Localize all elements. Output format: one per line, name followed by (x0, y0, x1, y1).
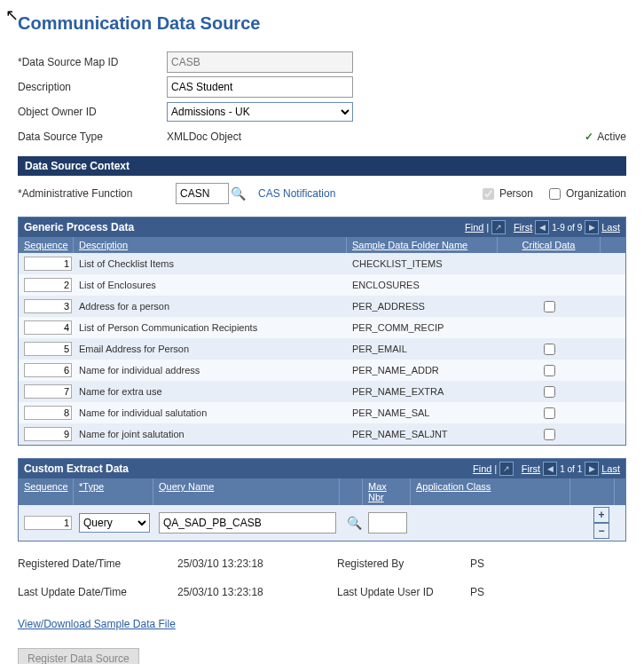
admin-func-desc: CAS Notification (258, 187, 335, 200)
sequence-input[interactable] (24, 320, 72, 335)
gpd-next-icon[interactable]: ▶ (585, 220, 599, 234)
delete-row-button[interactable]: − (593, 523, 609, 539)
row-description-link[interactable]: List of Checklist Items (74, 257, 347, 271)
sequence-input[interactable] (24, 427, 72, 441)
gpd-header-critical[interactable]: Critical Data (498, 237, 601, 253)
ced-next-icon[interactable]: ▶ (585, 462, 599, 476)
ced-prev-icon[interactable]: ◀ (543, 462, 557, 476)
ced-header-buttons (570, 478, 615, 505)
critical-data-checkbox[interactable] (544, 386, 555, 398)
table-row: Name for extra usePER_NAME_EXTRA (19, 381, 625, 402)
organization-checkbox[interactable] (549, 188, 561, 200)
add-row-button[interactable]: + (593, 507, 609, 523)
sequence-input[interactable] (24, 342, 72, 356)
ced-max-nbr-input[interactable] (368, 512, 407, 534)
row-description-link[interactable]: List of Person Communication Recipients (74, 320, 347, 335)
row-critical-cell (498, 326, 601, 329)
ced-header-qname[interactable]: Query Name (153, 478, 340, 505)
person-checkbox (483, 188, 494, 200)
ced-type-select[interactable]: Query (79, 513, 150, 533)
ced-sequence-input[interactable] (24, 516, 72, 530)
owner-id-label: Object Owner ID (18, 106, 167, 118)
ced-header-type[interactable]: *Type (74, 478, 153, 505)
gpd-title: Generic Process Data (24, 221, 134, 233)
table-row: Name for joint salutationPER_NAME_SALJNT (19, 423, 625, 445)
critical-data-checkbox[interactable] (544, 365, 555, 376)
row-folder: PER_EMAIL (347, 342, 498, 356)
ced-header-sequence[interactable]: Sequence (19, 478, 74, 505)
sequence-input[interactable] (24, 257, 72, 271)
row-critical-cell (498, 296, 601, 317)
row-folder: CHECKLIST_ITEMS (347, 257, 498, 271)
row-critical-cell (498, 382, 601, 402)
upd-by-label: Last Update User ID (337, 586, 470, 598)
gpd-zoom-icon[interactable]: ↗ (491, 220, 506, 234)
ced-title: Custom Extract Data (24, 462, 129, 475)
lookup-icon[interactable]: 🔍 (231, 186, 246, 201)
active-label: Active (597, 130, 626, 143)
row-description-link[interactable]: List of Enclosures (74, 278, 347, 292)
critical-data-checkbox[interactable] (544, 429, 555, 440)
upd-dt-label: Last Update Date/Time (18, 586, 177, 598)
ced-first-link[interactable]: First (522, 463, 540, 474)
gpd-last-link[interactable]: Last (601, 222, 620, 233)
sequence-input[interactable] (24, 406, 72, 420)
row-folder: ENCLOSURES (347, 278, 498, 292)
table-row: Address for a personPER_ADDRESS (19, 296, 625, 317)
gpd-find-link[interactable]: Find (465, 222, 483, 233)
src-type-label: Data Source Type (18, 130, 167, 143)
table-row: List of EnclosuresENCLOSURES (19, 274, 625, 296)
critical-data-checkbox[interactable] (544, 344, 555, 355)
ced-query-name-input[interactable] (159, 512, 336, 534)
ced-find-link[interactable]: Find (473, 463, 491, 474)
row-folder: PER_ADDRESS (347, 299, 498, 313)
sequence-input[interactable] (24, 278, 72, 292)
register-data-source-button: Register Data Source (18, 648, 139, 664)
gpd-header-description[interactable]: Description (74, 237, 347, 253)
ced-last-link[interactable]: Last (601, 463, 620, 474)
gpd-first-link[interactable]: First (514, 222, 532, 233)
description-label: Description (18, 81, 167, 93)
admin-func-input[interactable] (176, 183, 229, 204)
table-row: Name for individual salutationPER_NAME_S… (19, 402, 625, 423)
ced-app-class (411, 521, 570, 525)
gpd-header-folder[interactable]: Sample Data Folder Name (347, 237, 498, 253)
sequence-input[interactable] (24, 363, 72, 377)
description-input[interactable] (167, 76, 353, 98)
ced-header-app[interactable]: Application Class (411, 478, 570, 505)
map-id-label: Data Source Map ID (18, 56, 167, 68)
row-folder: PER_NAME_ADDR (347, 363, 498, 377)
row-critical-cell (498, 403, 601, 423)
person-label: Person (499, 187, 533, 200)
row-description-link[interactable]: Name for joint salutation (74, 427, 347, 441)
table-row: Email Address for PersonPER_EMAIL (19, 338, 625, 360)
row-description-link[interactable]: Name for extra use (74, 384, 347, 399)
sequence-input[interactable] (24, 384, 72, 399)
reg-dt-label: Registered Date/Time (18, 557, 177, 570)
owner-id-select[interactable]: Admissions - UK (167, 102, 353, 122)
row-folder: PER_NAME_EXTRA (347, 384, 498, 399)
page-title: Communication Data Source (18, 13, 626, 34)
row-description-link[interactable]: Name for individual address (74, 363, 347, 377)
gpd-prev-icon[interactable]: ◀ (535, 220, 549, 234)
gpd-header-sequence[interactable]: Sequence (19, 237, 74, 253)
ced-zoom-icon[interactable]: ↗ (499, 462, 514, 476)
download-sample-link[interactable]: View/Download Sample Data File (18, 618, 176, 630)
table-row: Query🔍+− (19, 505, 625, 541)
row-critical-cell (498, 339, 601, 360)
sequence-input[interactable] (24, 299, 72, 313)
critical-data-checkbox[interactable] (544, 301, 555, 312)
upd-dt-value: 25/03/10 13:23:18 (177, 586, 337, 598)
row-description-link[interactable]: Name for individual salutation (74, 406, 347, 420)
ced-range: 1 of 1 (560, 464, 582, 474)
cursor-icon: ↖ (5, 5, 19, 25)
gpd-range: 1-9 of 9 (552, 223, 582, 233)
row-description-link[interactable]: Address for a person (74, 299, 347, 313)
ced-header-lookup (340, 478, 363, 505)
row-description-link[interactable]: Email Address for Person (74, 342, 347, 356)
lookup-icon[interactable]: 🔍 (347, 516, 362, 530)
map-id-input (167, 51, 353, 73)
ced-header-max[interactable]: Max Nbr (363, 478, 411, 505)
active-check-icon: ✓ (585, 130, 593, 143)
critical-data-checkbox[interactable] (544, 407, 555, 419)
